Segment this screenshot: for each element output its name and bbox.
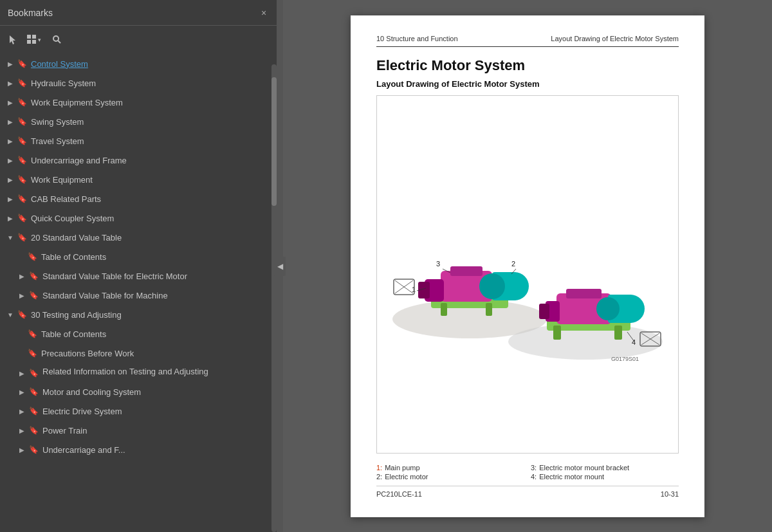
expand-arrow-undercarriage[interactable]: ▶ (5, 155, 15, 165)
bookmark-list: ▶ 🔖 Control System ▶ 🔖 Hydraulic System … (0, 54, 277, 532)
work-equipment-label: Work Equipment (31, 175, 93, 185)
20-standard-label: 20 Standard Value Table (31, 233, 122, 243)
motor-cooling-label: Motor and Cooling System (42, 387, 141, 397)
expand-arrow-power-train[interactable]: ▶ (17, 425, 27, 436)
30-testing-label: 30 Testing and Adjusting (31, 310, 122, 320)
sidebar-item-precautions[interactable]: 🔖 Precautions Before Work (0, 344, 277, 363)
bookmark-icon-travel: 🔖 (17, 136, 27, 146)
sidebar-item-toc-standard[interactable]: 🔖 Table of Contents (0, 247, 277, 266)
expand-arrow-work-equip-sys[interactable]: ▶ (5, 97, 15, 107)
svg-text:1: 1 (412, 286, 416, 293)
sidebar-item-undercarriage-frame-2[interactable]: ▶ 🔖 Undercarriage and F... (0, 440, 277, 459)
cab-related-parts-label: CAB Related Parts (31, 194, 101, 204)
expand-arrow-30-testing[interactable]: ▼ (5, 309, 15, 320)
layout-button[interactable]: ▾ (23, 32, 44, 48)
diagram-canvas: 1 2 3 (383, 102, 672, 446)
document-page: 10 Structure and Function Layout Drawing… (351, 15, 704, 517)
expand-arrow-standard-electric[interactable]: ▶ (17, 271, 27, 281)
legend-label-3: Electric motor mount bracket (539, 464, 629, 472)
sidebar-item-travel-system[interactable]: ▶ 🔖 Travel System (0, 131, 277, 151)
search-bookmarks-button[interactable] (48, 32, 65, 48)
sidebar-item-quick-coupler[interactable]: ▶ 🔖 Quick Coupler System (0, 208, 277, 228)
toolbar-row: ▾ (0, 26, 277, 54)
expand-arrow-cab[interactable]: ▶ (5, 194, 15, 204)
svg-line-5 (58, 41, 60, 43)
expand-arrow-work-equip[interactable]: ▶ (5, 174, 15, 185)
expand-arrow-control[interactable]: ▶ (5, 59, 15, 69)
svg-point-4 (53, 36, 59, 41)
electric-drive-label: Electric Drive System (42, 407, 122, 416)
bookmark-icon-20-standard: 🔖 (17, 232, 27, 243)
doc-footer: PC210LCE-11 10-31 (376, 486, 679, 498)
bookmark-icon-precautions: 🔖 (27, 348, 37, 358)
power-train-label: Power Train (42, 426, 87, 436)
panel-resizer[interactable]: ◀ (277, 0, 283, 532)
bookmark-icon-work-equip: 🔖 (17, 174, 27, 185)
legend-item-1: 1: Main pump (376, 464, 524, 472)
expand-arrow-related-info[interactable]: ▶ (17, 368, 27, 378)
doc-footer-left: PC210LCE-11 (376, 490, 422, 498)
expand-arrow-travel[interactable]: ▶ (5, 136, 15, 146)
undercarriage-frame-label: Undercarriage and Frame (31, 156, 127, 165)
svg-rect-0 (27, 35, 31, 39)
sidebar-item-undercarriage-frame[interactable]: ▶ 🔖 Undercarriage and Frame (0, 151, 277, 170)
bookmark-icon-quick-coupler: 🔖 (17, 213, 27, 223)
sidebar-item-work-equipment[interactable]: ▶ 🔖 Work Equipment (0, 170, 277, 189)
sidebar-item-30-testing[interactable]: ▼ 🔖 30 Testing and Adjusting (0, 305, 277, 324)
toc-testing-label: Table of Contents (41, 329, 106, 339)
bookmarks-title: Bookmarks (8, 8, 53, 18)
doc-legend: 1: Main pump 3: Electric motor mount bra… (376, 464, 679, 481)
sidebar-item-standard-electric[interactable]: ▶ 🔖 Standard Value Table for Electric Mo… (0, 266, 277, 286)
svg-rect-9 (486, 303, 492, 316)
expand-arrow-swing[interactable]: ▶ (5, 116, 15, 127)
search-icon (51, 34, 62, 46)
svg-rect-29 (614, 326, 622, 340)
bookmark-icon-motor-cooling: 🔖 (28, 387, 39, 397)
legend-key-1: 1: (376, 464, 382, 472)
bookmark-icon-undercarriage-2: 🔖 (28, 445, 39, 455)
sidebar-item-related-info[interactable]: ▶ 🔖 Related Information on Testing and A… (0, 363, 277, 382)
doc-header-left: 10 Structure and Function (376, 35, 458, 42)
dropdown-arrow: ▾ (38, 37, 41, 43)
sidebar-item-work-equipment-system[interactable]: ▶ 🔖 Work Equipment System (0, 93, 277, 112)
page-title: Electric Motor System (376, 57, 679, 74)
bookmark-icon-hydraulic: 🔖 (17, 78, 27, 88)
bookmark-icon-standard-electric: 🔖 (28, 271, 39, 281)
svg-rect-1 (32, 35, 36, 39)
sidebar-item-motor-cooling[interactable]: ▶ 🔖 Motor and Cooling System (0, 382, 277, 401)
expand-arrow-undercarriage-2[interactable]: ▶ (17, 445, 27, 455)
legend-label-2: Electric motor (385, 473, 428, 481)
expand-arrow-standard-machine[interactable]: ▶ (17, 290, 27, 300)
bookmark-icon: 🔖 (17, 59, 27, 69)
svg-rect-2 (27, 40, 31, 44)
expand-arrow-electric-drive[interactable]: ▶ (17, 406, 27, 416)
svg-rect-31 (566, 289, 602, 298)
sidebar-item-20-standard[interactable]: ▼ 🔖 20 Standard Value Table (0, 228, 277, 247)
svg-point-36 (596, 297, 620, 320)
control-system-label: Control System (31, 59, 88, 69)
toc-standard-label: Table of Contents (41, 252, 106, 262)
sidebar-item-hydraulic-system[interactable]: ▶ 🔖 Hydraulic System (0, 73, 277, 93)
sidebar-item-cab-related-parts[interactable]: ▶ 🔖 CAB Related Parts (0, 189, 277, 208)
sidebar-item-electric-drive[interactable]: ▶ 🔖 Electric Drive System (0, 401, 277, 421)
expand-arrow-motor-cooling[interactable]: ▶ (17, 387, 27, 397)
sidebar-item-standard-machine[interactable]: ▶ 🔖 Standard Value Table for Machine (0, 286, 277, 305)
sidebar-item-power-train[interactable]: ▶ 🔖 Power Train (0, 421, 277, 440)
close-icon[interactable]: × (259, 8, 269, 18)
diagram-container: 1 2 3 (376, 95, 679, 454)
svg-rect-3 (32, 40, 36, 44)
expand-arrow-quick-coupler[interactable]: ▶ (5, 213, 15, 223)
travel-system-label: Travel System (31, 136, 84, 146)
resizer-arrow-icon[interactable]: ◀ (274, 257, 286, 276)
expand-arrow-hydraulic[interactable]: ▶ (5, 78, 15, 88)
doc-header-bar: 10 Structure and Function Layout Drawing… (376, 35, 679, 47)
sidebar-item-control-system[interactable]: ▶ 🔖 Control System (0, 54, 277, 73)
sidebar-item-swing-system[interactable]: ▶ 🔖 Swing System (0, 112, 277, 131)
expand-arrow-20-standard[interactable]: ▼ (5, 232, 15, 243)
sidebar-item-toc-testing[interactable]: 🔖 Table of Contents (0, 324, 277, 344)
precautions-label: Precautions Before Work (41, 349, 134, 358)
quick-coupler-label: Quick Coupler System (31, 214, 114, 223)
bookmark-icon-toc-standard: 🔖 (27, 252, 37, 262)
diagram-svg: 1 2 3 (386, 184, 669, 364)
svg-text:4: 4 (632, 338, 636, 346)
